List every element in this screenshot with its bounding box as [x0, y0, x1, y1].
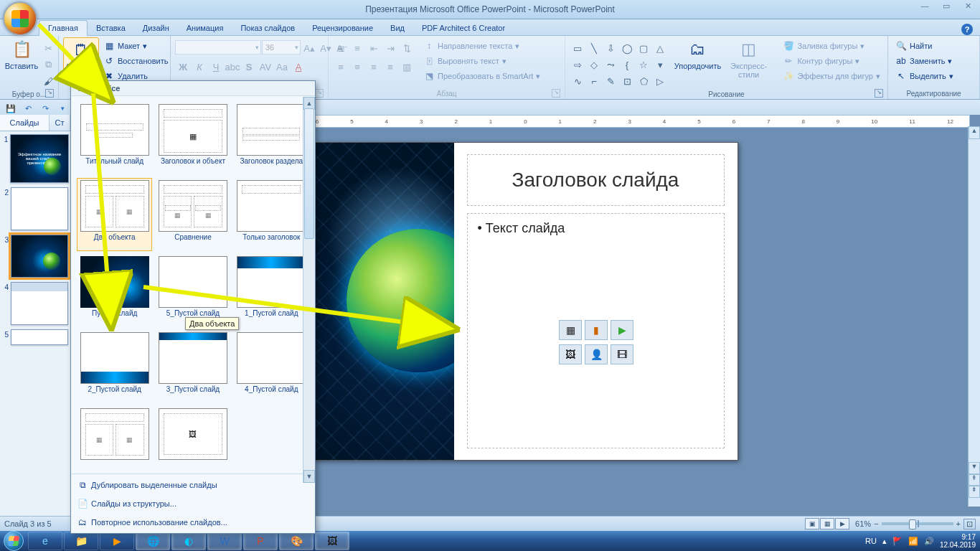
slide-thumb-3[interactable]: [11, 235, 68, 278]
help-button[interactable]: ?: [961, 24, 973, 35]
tab-pdf-architect[interactable]: PDF Architect 6 Creator: [413, 21, 514, 35]
taskbar-word[interactable]: W: [207, 532, 242, 550]
select-button[interactable]: ↖Выделить ▾: [892, 69, 956, 83]
font-family-combo[interactable]: [175, 40, 261, 55]
shape-right-arrow-icon[interactable]: ⇨: [570, 57, 585, 72]
layout-option[interactable]: 2_Пустой слайд: [77, 330, 152, 403]
replace-button[interactable]: abЗаменить ▾: [892, 54, 956, 68]
slide-thumb-5[interactable]: [11, 329, 68, 345]
layout-option[interactable]: 1_Пустой слайд: [234, 254, 309, 327]
maximize-button[interactable]: ▭: [938, 1, 954, 11]
insert-picture-icon[interactable]: 🖼: [559, 344, 582, 364]
bold-button[interactable]: Ж: [175, 59, 191, 75]
shapes-more-button[interactable]: ▾: [652, 57, 668, 72]
quick-styles-button[interactable]: ◫ Экспресс-стили: [722, 37, 776, 80]
taskbar-paint[interactable]: 🎨: [279, 532, 314, 550]
numbering-button[interactable]: ≡: [349, 40, 365, 56]
close-button[interactable]: ✕: [960, 1, 976, 11]
slideshow-view-button[interactable]: ▶: [835, 518, 849, 529]
shape-connector-icon[interactable]: ⤳: [603, 57, 618, 72]
layout-option[interactable]: 4_Пустой слайд: [234, 330, 309, 403]
office-button[interactable]: [3, 1, 37, 36]
save-button[interactable]: 💾: [4, 102, 17, 115]
paste-button[interactable]: 📋 Вставить: [4, 37, 39, 72]
shape-down-arrow-icon[interactable]: ⇩: [603, 40, 618, 56]
layout-option[interactable]: ▦▦: [77, 406, 152, 474]
tray-network-icon[interactable]: 📶: [908, 537, 918, 546]
copy-button[interactable]: ⧉: [40, 57, 56, 72]
shape-action-icon[interactable]: ▷: [652, 73, 668, 89]
layout-option[interactable]: Заголовок раздела: [234, 102, 309, 175]
format-painter-button[interactable]: 🖌: [40, 73, 56, 89]
new-slide-button[interactable]: 🗒 Создать слайд: [63, 37, 99, 82]
tray-volume-icon[interactable]: 🔊: [924, 537, 934, 546]
zoom-in-button[interactable]: +: [956, 519, 961, 528]
start-button[interactable]: [0, 531, 27, 551]
outline-tab[interactable]: Ст: [50, 115, 70, 131]
zoom-out-button[interactable]: −: [874, 519, 878, 528]
language-indicator[interactable]: RU: [865, 537, 877, 545]
shape-diamond-icon[interactable]: ◇: [586, 57, 602, 72]
convert-smartart-button[interactable]: ⬔Преобразовать в SmartArt ▾: [420, 69, 543, 83]
decrease-indent-button[interactable]: ⇤: [366, 40, 382, 56]
layout-option[interactable]: ▦▦Два объекта: [77, 178, 152, 251]
shape-effects-button[interactable]: ✨Эффекты для фигур ▾: [780, 69, 883, 83]
zoom-slider[interactable]: [882, 522, 953, 525]
slide-thumb-2[interactable]: [11, 187, 68, 230]
minimize-button[interactable]: —: [917, 1, 933, 11]
reuse-slides-item[interactable]: 🗂Повторное использование слайдов...: [71, 513, 326, 532]
columns-button[interactable]: ▥: [399, 59, 415, 75]
strikethrough-button[interactable]: abc: [225, 59, 240, 75]
taskbar-app[interactable]: ◐: [171, 532, 206, 550]
tab-animations[interactable]: Анимация: [178, 21, 232, 35]
font-dialog-launcher[interactable]: ↘: [315, 89, 324, 98]
insert-smartart-icon[interactable]: ▶: [611, 320, 633, 340]
shape-pentagon-icon[interactable]: ⬠: [636, 73, 651, 89]
tab-home[interactable]: Главная: [39, 20, 88, 36]
shape-line-icon[interactable]: ╲: [586, 40, 602, 56]
underline-button[interactable]: Ч: [208, 59, 224, 75]
char-spacing-button[interactable]: AV: [258, 59, 273, 75]
taskbar-photos[interactable]: 🖼: [315, 532, 349, 550]
zoom-level[interactable]: 61%: [855, 519, 871, 528]
layout-option[interactable]: ▦▦Сравнение: [155, 178, 230, 251]
layout-option[interactable]: 3_Пустой слайд: [155, 330, 230, 403]
duplicate-slides-item[interactable]: ⧉Дублировать выделенные слайды: [71, 476, 326, 494]
arrange-button[interactable]: 🗂 Упорядочить: [675, 37, 720, 72]
taskbar-explorer[interactable]: 📁: [64, 532, 98, 550]
shape-star-icon[interactable]: ☆: [636, 57, 651, 72]
italic-button[interactable]: К: [192, 59, 207, 75]
normal-view-button[interactable]: ▣: [805, 518, 819, 529]
tab-slideshow[interactable]: Показ слайдов: [232, 21, 303, 35]
taskbar-ie[interactable]: e: [28, 532, 62, 550]
shadow-button[interactable]: S: [241, 59, 257, 75]
layout-option[interactable]: Только заголовок: [234, 178, 309, 251]
reset-button[interactable]: ↺Восстановить: [100, 54, 171, 68]
tray-flag-icon[interactable]: 🚩: [892, 537, 903, 546]
shape-textbox-icon[interactable]: ▢: [636, 40, 651, 56]
gallery-scrollbar[interactable]: ▲ ▼: [303, 97, 315, 483]
tray-show-hidden-icon[interactable]: ▴: [882, 537, 887, 546]
text-direction-button[interactable]: ↕Направление текста ▾: [420, 39, 543, 53]
line-spacing-button[interactable]: ⇅: [399, 40, 415, 56]
taskbar-chrome[interactable]: 🌐: [136, 532, 170, 550]
tab-view[interactable]: Вид: [382, 21, 413, 35]
layout-option[interactable]: Титульный слайд: [77, 102, 152, 175]
layout-option[interactable]: Пустой слайд: [77, 254, 152, 327]
cut-button[interactable]: ✂: [40, 40, 56, 56]
paragraph-dialog-launcher[interactable]: ↘: [552, 89, 560, 98]
shape-freeform-icon[interactable]: ✎: [603, 73, 618, 89]
slide-thumb-4[interactable]: [11, 282, 68, 325]
insert-chart-icon[interactable]: ▮: [585, 320, 608, 340]
font-color-button[interactable]: A: [291, 59, 306, 75]
shape-outline-button[interactable]: ✏Контур фигуры ▾: [780, 54, 883, 68]
align-right-button[interactable]: ≡: [366, 59, 382, 75]
tab-review[interactable]: Рецензирование: [303, 21, 382, 35]
taskbar-mediaplayer[interactable]: ▶: [100, 532, 134, 550]
tray-clock[interactable]: 9:17 12.04.2019: [940, 533, 976, 549]
tab-design[interactable]: Дизайн: [134, 21, 178, 35]
layout-option[interactable]: ▦Заголовок и объект: [155, 102, 230, 175]
slides-from-outline-item[interactable]: 📄Слайды из структуры...: [71, 494, 326, 513]
slide[interactable]: Заголовок слайда Текст слайда ▦ ▮ ▶ 🖼 👤 …: [314, 142, 738, 461]
vertical-scrollbar[interactable]: ▲ ▼ ⇞ ⇟: [968, 126, 980, 507]
